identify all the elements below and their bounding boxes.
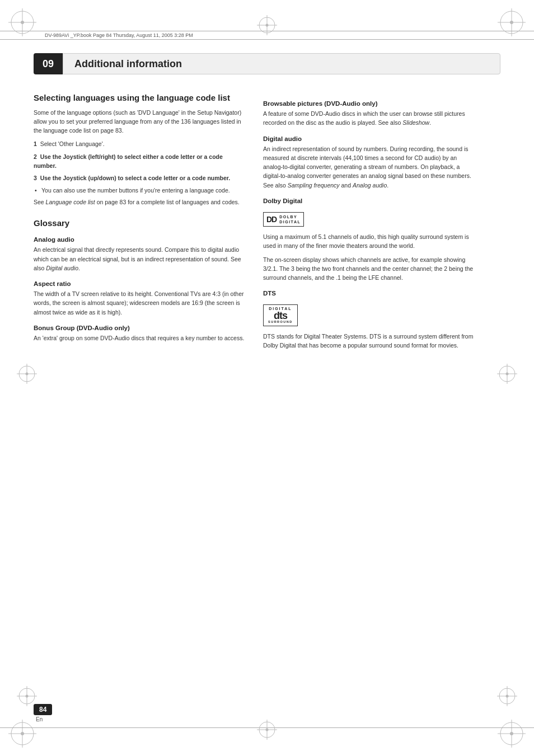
dts-logo: DIGITAL dts SURROUND: [263, 304, 298, 326]
dolby-digital-title: Dolby Digital: [263, 198, 476, 204]
chapter-header: 09 Additional information: [34, 53, 500, 74]
svg-point-23: [506, 373, 509, 375]
crosshair-left-bottom: [16, 685, 38, 708]
digital-audio-title: Digital audio: [263, 135, 476, 142]
step-1: 1 Select 'Other Language'.: [34, 139, 246, 148]
crosshair-bottom-center: [256, 719, 278, 742]
dolby-digital-logo: DD DOLBY DIGITAL: [263, 212, 304, 227]
svg-point-27: [266, 729, 269, 731]
bonus-group-title: Bonus Group (DVD-Audio only): [34, 325, 246, 331]
dts-title: DTS: [263, 290, 476, 297]
aspect-ratio-title: Aspect ratio: [34, 280, 246, 287]
chapter-title: Additional information: [63, 53, 500, 74]
crosshair-top-center: [256, 14, 278, 37]
analog-audio-text: An electrical signal that directly repre…: [34, 245, 246, 273]
right-column: Browsable pictures (DVD-Audio only) A fe…: [263, 92, 476, 354]
main-content: Selecting languages using the language c…: [34, 92, 500, 354]
dolby-digital-text2: The on-screen display shows which channe…: [263, 255, 476, 283]
corner-bottom-right: [495, 717, 528, 750]
left-column: Selecting languages using the language c…: [34, 92, 246, 354]
analog-audio-title: Analog audio: [34, 236, 246, 243]
step-3: 3 Use the Joystick (up/down) to select a…: [34, 173, 246, 182]
selecting-languages-intro: Some of the language options (such as 'D…: [34, 108, 246, 135]
step-3-bullet: You can also use the number buttons if y…: [34, 186, 246, 195]
chapter-number: 09: [34, 53, 63, 74]
svg-point-39: [506, 695, 509, 698]
see-language-code-list: See Language code list on page 83 for a …: [34, 198, 246, 206]
dts-text: DTS stands for Digital Theater Systems. …: [263, 332, 476, 350]
glossary-title: Glossary: [34, 218, 246, 229]
svg-point-19: [26, 373, 29, 375]
file-info-text: DV-989AVi _YP.book Page 84 Thursday, Aug…: [45, 32, 193, 38]
bonus-group-text: An 'extra' group on some DVD-Audio discs…: [34, 334, 246, 342]
crosshair-right-bottom: [496, 685, 518, 708]
browsable-pictures-title: Browsable pictures (DVD-Audio only): [263, 100, 476, 107]
svg-point-31: [266, 24, 269, 27]
digital-audio-text: An indirect representation of sound by n…: [263, 144, 476, 190]
browsable-pictures-text: A feature of some DVD-Audio discs in whi…: [263, 109, 476, 128]
svg-point-15: [510, 732, 513, 735]
svg-point-11: [21, 732, 24, 735]
crosshair-right-mid: [496, 363, 518, 386]
step-2: 2 Use the Joystick (left/right) to selec…: [34, 152, 246, 171]
page-lang: En: [36, 716, 43, 722]
aspect-ratio-text: The width of a TV screen relative to its…: [34, 289, 246, 317]
svg-point-3: [21, 21, 24, 24]
selecting-languages-title: Selecting languages using the language c…: [34, 92, 246, 104]
svg-point-7: [510, 21, 513, 24]
crosshair-left-mid: [16, 363, 38, 386]
svg-point-35: [26, 695, 29, 698]
dolby-digital-text1: Using a maximum of 5.1 channels of audio…: [263, 232, 476, 251]
